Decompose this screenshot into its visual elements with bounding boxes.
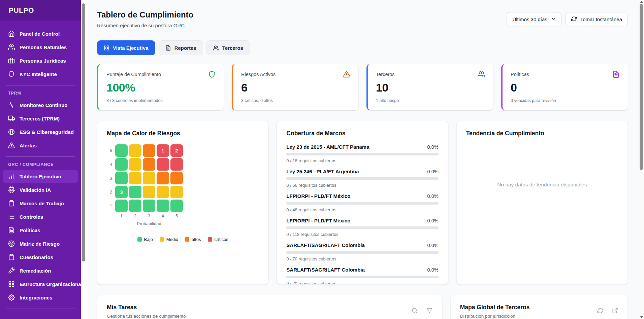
heatmap-cell-p4-i1[interactable] [157, 200, 169, 212]
home-icon [8, 30, 15, 37]
heatmap-cell-p5-i5[interactable]: 2 [170, 144, 183, 157]
heatmap-y-tick: 1 [107, 204, 112, 208]
legend-swatch [185, 237, 189, 242]
framework-head: Ley 25.246 - PLA/FT Argentina0.0% [286, 169, 438, 174]
heatmap-cell-p4-i3[interactable] [157, 172, 169, 184]
heatmap-cell-p1-i4[interactable] [115, 158, 128, 171]
tab-terceros[interactable]: Terceros [206, 40, 250, 55]
filter-icon-button[interactable] [426, 308, 432, 315]
heatmap-cell-p2-i5[interactable] [129, 144, 141, 157]
heatmap-cell-p3-i3[interactable] [143, 172, 155, 184]
heatmap-cell-p4-i5[interactable]: 1 [157, 144, 169, 157]
refresh-icon-button[interactable] [597, 308, 603, 315]
sidebar-item-label: Marcos de Trabajo [20, 201, 64, 206]
sidebar-scrollbar[interactable] [81, 0, 88, 319]
refresh-icon [597, 308, 603, 314]
heatmap-cell-p5-i1[interactable] [170, 200, 183, 212]
heatmap-cell-p2-i1[interactable] [129, 200, 141, 212]
tab-vista-ejecutiva[interactable]: Vista Ejecutiva [97, 40, 155, 55]
framework-item: SARLAFT/SAGRILAFT Colombia0.0%0 / 70 req… [286, 267, 438, 285]
sidebar-section-label-tprm: TPRM [3, 90, 78, 99]
heatmap-cell-p3-i5[interactable] [143, 144, 155, 157]
heatmap-x-tick: 4 [157, 214, 169, 218]
heatmap-cell-p4-i4[interactable] [157, 158, 169, 171]
sidebar-item-label: Validación IA [20, 187, 51, 193]
globe-icon [8, 129, 15, 135]
heatmap-y-tick: 5 [107, 148, 112, 153]
sidebar-item-remediacion[interactable]: Remediación [3, 264, 78, 277]
kpi-subtitle: 0 vencidas para revisión [511, 98, 620, 103]
external-link-icon-button[interactable] [612, 308, 618, 315]
heatmap-cell-p5-i4[interactable] [170, 158, 183, 171]
tab-reportes[interactable]: Reportes [159, 40, 203, 55]
heatmap-cell-p1-i2[interactable]: 3 [115, 186, 128, 198]
global-map-card: Mapa Global de Terceros Distribución por… [450, 295, 628, 319]
heatmap-x-tick: 3 [143, 214, 155, 218]
sidebar-item-personas-juridicas[interactable]: Personas Jurídicas [3, 54, 78, 67]
heatmap-cell-p1-i1[interactable] [115, 200, 128, 212]
sidebar-item-validacion-ia[interactable]: Validación IA [3, 183, 78, 196]
snapshot-button[interactable]: Tomar Instantánea [566, 12, 628, 26]
scroll-up-arrow[interactable] [640, 1, 643, 3]
framework-progress-bar [286, 251, 438, 254]
heatmap-cell-p3-i4[interactable] [143, 158, 155, 171]
heatmap-cell-p1-i5[interactable] [115, 144, 128, 157]
main-content: Tablero de Cumplimiento Resumen ejecutiv… [88, 0, 639, 319]
framework-item: LFPIORPI - PLD/FT México0.0%0 / 48 requi… [286, 193, 438, 212]
sidebar-item-tablero-ejecutivo[interactable]: Tablero Ejecutivo [3, 170, 78, 183]
sidebar-item-marcos-de-trabajo[interactable]: Marcos de Trabajo [3, 197, 78, 210]
kpi-label: Puntaje de Cumplimiento [106, 72, 161, 77]
heatmap-cell-p2-i4[interactable] [129, 158, 141, 171]
scroll-down-arrow[interactable] [640, 316, 643, 318]
sidebar-item-kyc-inteligente[interactable]: KYC Inteligente [3, 68, 78, 80]
sidebar-item-matriz-de-riesgo[interactable]: Matriz de Riesgo [3, 237, 78, 250]
window-scrollbar-thumb[interactable] [640, 4, 643, 170]
tab-label: Terceros [222, 45, 243, 51]
period-select[interactable]: Últimos 30 días [507, 12, 561, 26]
layout-grid-icon [8, 281, 15, 287]
users-icon [478, 71, 485, 78]
heatmap-cell-p2-i2[interactable] [129, 186, 141, 198]
sidebar-divider [6, 156, 75, 157]
briefcase-icon [8, 57, 15, 64]
file-text-icon [612, 71, 620, 78]
window-scrollbar[interactable] [639, 0, 644, 319]
sidebar-item-terceros-tprm[interactable]: Terceros (TPRM) [3, 112, 78, 125]
sidebar-scrollbar-thumb[interactable] [82, 3, 85, 261]
heatmap-cell-p4-i2[interactable] [157, 186, 169, 198]
tasks-card-head: Mis Tareas Gestiona tus acciones de cump… [107, 304, 432, 319]
heatmap-cell-p5-i3[interactable] [170, 172, 183, 184]
shield-icon [8, 71, 15, 77]
sidebar-nav: Panel de ControlPersonas NaturalesPerson… [0, 21, 81, 309]
sidebar-item-estructura-organizacional[interactable]: Estructura Organizacional [3, 278, 78, 290]
heatmap-cell-p5-i2[interactable] [170, 186, 183, 198]
alert-triangle-icon [343, 71, 350, 78]
framework-head: SARLAFT/SAGRILAFT Colombia0.0% [286, 242, 438, 248]
heatmap-x-label: Probabilidad [115, 221, 183, 226]
view-tabs: Vista EjecutivaReportesTerceros [97, 40, 628, 55]
map-card-text: Mapa Global de Terceros Distribución por… [460, 304, 530, 319]
sidebar-item-esg-ciberseguridad[interactable]: ESG & Ciberseguridad [3, 126, 78, 138]
framework-name: LFPIORPI - PLD/FT México [286, 193, 350, 199]
framework-name: Ley 23 de 2015 - AML/CFT Panama [286, 144, 369, 150]
heatmap-cell-p1-i3[interactable] [115, 172, 128, 184]
heatmap-row-impact-2: 23 [107, 186, 259, 198]
heatmap-cell-p3-i1[interactable] [143, 200, 155, 212]
sidebar-item-personas-naturales[interactable]: Personas Naturales [3, 41, 78, 54]
legend-item-altos: altos [185, 237, 201, 242]
sidebar-item-alertas[interactable]: Alertas [3, 139, 78, 152]
heatmap-cell-p3-i2[interactable] [143, 186, 155, 198]
sidebar-item-politicas[interactable]: Políticas [3, 224, 78, 237]
sidebar-item-cuestionarios[interactable]: Cuestionarios [3, 251, 78, 263]
legend-swatch [160, 237, 164, 242]
bottom-row: Mis Tareas Gestiona tus acciones de cump… [97, 295, 628, 319]
sidebar-item-controles[interactable]: Controles [3, 210, 78, 223]
kpi-icon-holder [343, 71, 350, 79]
sidebar-item-panel-de-control[interactable]: Panel de Control [3, 27, 78, 40]
search-icon-button[interactable] [412, 308, 418, 315]
my-tasks-card: Mis Tareas Gestiona tus acciones de cump… [97, 295, 442, 319]
sidebar-item-integraciones[interactable]: Integraciones [3, 291, 78, 304]
heatmap-cell-p2-i3[interactable] [129, 172, 141, 184]
sidebar-item-monitoreo-continuo[interactable]: Monitoreo Continuo [3, 99, 78, 111]
heatmap-row-impact-1: 1 [107, 200, 259, 212]
